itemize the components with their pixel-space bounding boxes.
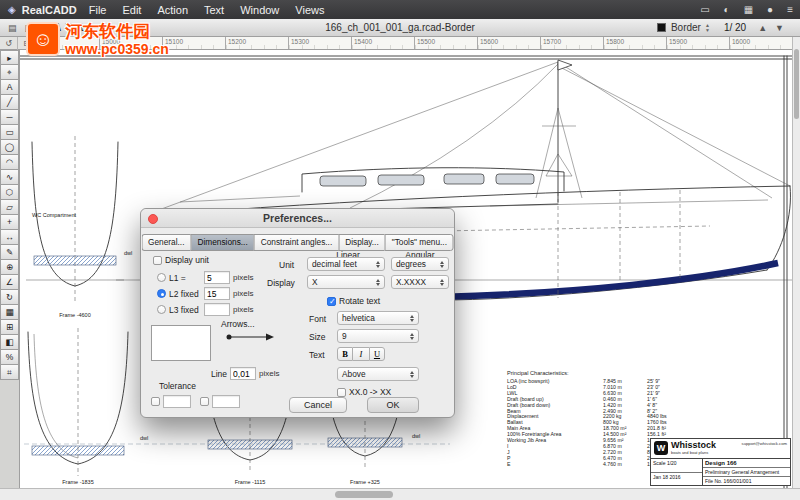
status-icon-2[interactable]: ▦ xyxy=(737,4,760,15)
palette-tool-16[interactable]: ↻ xyxy=(0,290,19,305)
xx-label: XX.0 -> XX xyxy=(349,387,391,397)
horizontal-scrollbar[interactable] xyxy=(0,488,800,500)
line-unit: pixels xyxy=(259,369,279,378)
rotate-text-checkbox[interactable] xyxy=(327,297,336,306)
palette-tool-18[interactable]: ⊞ xyxy=(0,320,19,335)
vertical-scrollbar[interactable] xyxy=(792,37,800,488)
ruler-corner-icon-0[interactable]: ↺ xyxy=(0,37,18,50)
l2-radio[interactable] xyxy=(157,289,166,298)
linear-display-select[interactable]: X xyxy=(307,275,385,289)
palette-tool-0[interactable]: ▸ xyxy=(0,50,19,65)
status-icon-3[interactable]: ● xyxy=(760,4,780,15)
text-label: Text xyxy=(309,350,325,360)
font-select[interactable]: helvetica xyxy=(337,311,419,325)
tab-1[interactable]: Dimensions... xyxy=(190,234,253,251)
l1-radio[interactable] xyxy=(157,273,166,282)
select-arrows-icon xyxy=(437,259,446,270)
xx-row[interactable]: XX.0 -> XX xyxy=(337,387,391,397)
tab-3[interactable]: Display... xyxy=(338,234,385,251)
display-unit-row[interactable]: Display unit xyxy=(153,255,209,265)
linear-unit-select[interactable]: decimal feet xyxy=(307,257,385,271)
menu-item-4[interactable]: Window xyxy=(232,4,287,16)
menu-item-5[interactable]: Views xyxy=(287,4,332,16)
principal-title: Principal Characteristics: xyxy=(507,370,787,376)
line-label: Line xyxy=(211,369,227,379)
rotate-text-row[interactable]: Rotate text xyxy=(327,296,380,306)
toolbar-right-icon-1[interactable]: ▼ xyxy=(771,23,788,33)
rotate-text-label: Rotate text xyxy=(339,296,380,306)
angular-display-select[interactable]: X.XXXX xyxy=(391,275,449,289)
arrow-style-preview[interactable] xyxy=(225,332,275,342)
palette-tool-10[interactable]: ▱ xyxy=(0,200,19,215)
palette-tool-20[interactable]: % xyxy=(0,350,19,365)
menu-item-3[interactable]: Text xyxy=(196,4,232,16)
menu-item-2[interactable]: Action xyxy=(149,4,196,16)
tab-2[interactable]: Constraint angles... xyxy=(254,234,338,251)
palette-tool-2[interactable]: A xyxy=(0,80,19,95)
tolerance-input-2[interactable] xyxy=(212,395,240,408)
dialog-titlebar[interactable]: Preferences... xyxy=(141,209,454,228)
layer-color-swatch[interactable] xyxy=(657,23,666,32)
whisstock-logo: W xyxy=(654,441,668,455)
palette-tool-8[interactable]: ∿ xyxy=(0,170,19,185)
ok-button[interactable]: OK xyxy=(367,397,419,413)
text-position-select[interactable]: Above xyxy=(337,367,419,381)
close-button[interactable] xyxy=(148,214,158,224)
palette-tool-21[interactable]: ⌗ xyxy=(0,365,19,380)
toolbar-right-icon-0[interactable]: ▲ xyxy=(754,23,771,33)
status-icon-0[interactable]: ▭ xyxy=(693,4,716,15)
palette-tool-14[interactable]: ⊕ xyxy=(0,260,19,275)
tab-4[interactable]: "Tools" menu... xyxy=(385,234,454,251)
palette-tool-12[interactable]: ↔ xyxy=(0,230,19,245)
cancel-button[interactable]: Cancel xyxy=(289,397,347,413)
design-cell: Design 166 xyxy=(703,459,790,468)
dialog-title: Preferences... xyxy=(263,212,332,224)
text-position-value: Above xyxy=(342,369,366,379)
l3-input[interactable] xyxy=(204,303,230,316)
text-style-buttons: B I U xyxy=(337,347,385,361)
l2-input[interactable] xyxy=(204,287,230,300)
tolerance-input-1[interactable] xyxy=(163,395,191,408)
l1-input[interactable] xyxy=(204,271,230,284)
horizontal-scroll-thumb[interactable] xyxy=(335,491,393,498)
palette-tool-7[interactable]: ◠ xyxy=(0,155,19,170)
xx-checkbox[interactable] xyxy=(337,388,346,397)
palette-tool-9[interactable]: ⬡ xyxy=(0,185,19,200)
palette-tool-1[interactable]: ⌖ xyxy=(0,65,19,80)
menu-item-0[interactable]: File xyxy=(81,4,115,16)
line-input[interactable] xyxy=(230,367,256,380)
tolerance-checkbox-1[interactable] xyxy=(151,397,160,406)
tolerance-checkbox-2[interactable] xyxy=(200,397,209,406)
italic-button[interactable]: I xyxy=(353,347,369,361)
palette-tool-17[interactable]: ▦ xyxy=(0,305,19,320)
palette-tool-19[interactable]: ◧ xyxy=(0,335,19,350)
layer-selector[interactable]: Border xyxy=(671,22,701,33)
status-icon-4[interactable]: ≡ xyxy=(780,4,800,15)
palette-tool-11[interactable]: + xyxy=(0,215,19,230)
tool-palette: ▸⌖A╱─▭◯◠∿⬡▱+↔✎⊕∠↻▦⊞◧%⌗ xyxy=(0,50,20,488)
palette-tool-4[interactable]: ─ xyxy=(0,110,19,125)
underline-button[interactable]: U xyxy=(369,347,385,361)
menubar: ◈ RealCADD FileEditActionTextWindowViews… xyxy=(0,0,800,19)
drawing-name-cell: Preliminary General Arrangement xyxy=(703,468,790,477)
menu-item-1[interactable]: Edit xyxy=(114,4,149,16)
palette-tool-3[interactable]: ╱ xyxy=(0,95,19,110)
palette-tool-15[interactable]: ∠ xyxy=(0,275,19,290)
toolbar-icon-0[interactable]: ▤ xyxy=(4,23,21,33)
l3-radio[interactable] xyxy=(157,305,166,314)
select-arrows-icon xyxy=(437,277,446,288)
bold-button[interactable]: B xyxy=(337,347,353,361)
layer-dropdown-arrows-icon[interactable]: ▲▼ xyxy=(705,23,710,33)
size-select[interactable]: 9 xyxy=(337,329,419,343)
palette-tool-13[interactable]: ✎ xyxy=(0,245,19,260)
angular-unit-select[interactable]: degrees xyxy=(391,257,449,271)
status-icon-1[interactable]: ◐ xyxy=(717,4,737,15)
ruler-tick-5: 15400 xyxy=(351,37,414,49)
palette-tool-6[interactable]: ◯ xyxy=(0,140,19,155)
arrows-label[interactable]: Arrows... xyxy=(221,319,255,329)
palette-tool-5[interactable]: ▭ xyxy=(0,125,19,140)
display-unit-checkbox[interactable] xyxy=(153,256,162,265)
vertical-scroll-thumb[interactable] xyxy=(794,49,799,119)
tab-0[interactable]: General... xyxy=(141,234,190,251)
app-menu[interactable]: RealCADD xyxy=(22,4,77,16)
